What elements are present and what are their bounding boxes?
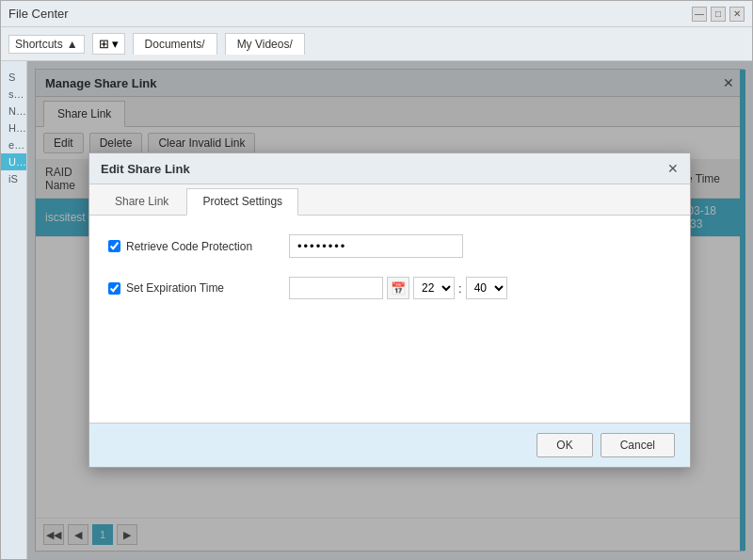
view-arrow-icon: ▾ [112,37,119,51]
retrieve-code-checkbox[interactable] [108,240,120,252]
sidebar-item-s[interactable]: S [1,69,26,86]
main-panel: Manage Share Link ✕ Share Link Edit Dele… [27,61,752,559]
tab-protect-settings[interactable]: Protect Settings [186,188,298,216]
minimize-button[interactable]: — [692,7,707,22]
sidebar-item-es[interactable]: eS [1,136,26,153]
modal-close-button[interactable]: ✕ [667,161,679,176]
shortcuts-label: Shortcuts [15,38,63,51]
modal-overlay: Edit Share Link ✕ Share Link Protect Set… [27,61,752,559]
expiration-label: Set Expiration Time [108,281,278,295]
tab-share-link-modal[interactable]: Share Link [99,188,184,215]
sidebar-item-na[interactable]: Na [1,103,26,120]
minute-select[interactable]: 40 41 42 [466,277,507,299]
maximize-button[interactable]: □ [711,7,726,22]
modal-title: Edit Share Link [101,162,190,176]
calendar-icon: 📅 [391,281,406,296]
retrieve-code-label: Retrieve Code Protection [108,240,278,253]
expiration-date-input[interactable]: 2016/03/18 [289,277,383,299]
ok-button[interactable]: OK [537,433,592,457]
main-window: File Center — □ ✕ Shortcuts ▲ ⊞ ▾ Docume… [0,0,753,560]
sidebar-item-us[interactable]: US [1,153,26,170]
expiration-row: Set Expiration Time 2016/03/18 📅 22 23 [108,277,671,299]
sidebar-list: S sm Na Ho eS US iS [1,65,26,191]
sidebar-item-ho[interactable]: Ho [1,120,26,136]
title-bar: File Center — □ ✕ [1,1,752,27]
edit-share-link-modal: Edit Share Link ✕ Share Link Protect Set… [88,152,691,468]
calendar-button[interactable]: 📅 [387,277,409,299]
hour-select[interactable]: 22 23 00 [413,277,455,299]
view-toggle-button[interactable]: ⊞ ▾ [92,33,125,55]
window-title: File Center [8,7,69,21]
window-close-button[interactable]: ✕ [729,7,745,22]
retrieve-code-row: Retrieve Code Protection [108,234,671,258]
expiry-group: 2016/03/18 📅 22 23 00 : [289,277,507,299]
time-colon: : [458,281,462,296]
sidebar-item-sm[interactable]: sm [1,86,26,103]
title-bar-controls: — □ ✕ [692,7,745,22]
shortcuts-dropdown[interactable]: Shortcuts ▲ [8,35,85,54]
modal-footer: OK Cancel [89,423,690,467]
cancel-button[interactable]: Cancel [601,433,675,457]
sidebar-item-is[interactable]: iS [1,170,26,187]
modal-body: Retrieve Code Protection Set Expiration … [89,216,690,423]
grid-view-icon: ⊞ [99,37,109,51]
tab-myvideos[interactable]: My Videos/ [225,33,305,55]
main-toolbar: Shortcuts ▲ ⊞ ▾ Documents/ My Videos/ [1,27,752,61]
modal-tabs: Share Link Protect Settings [89,184,690,216]
password-input[interactable] [289,234,463,258]
modal-header: Edit Share Link ✕ [89,153,690,184]
tab-documents[interactable]: Documents/ [133,33,217,55]
expiration-checkbox[interactable] [108,282,120,295]
content-area: S sm Na Ho eS US iS Manage Share Link ✕ [1,61,752,559]
sidebar: S sm Na Ho eS US iS [1,61,27,559]
shortcuts-arrow-icon: ▲ [67,38,78,51]
